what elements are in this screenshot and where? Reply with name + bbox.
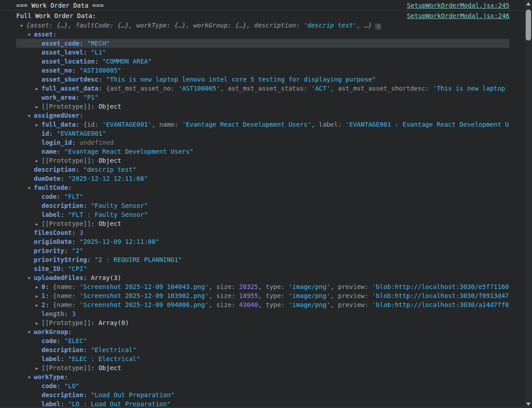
tree-row-file-1[interactable]: ▶1: {name: 'Screenshot 2025-12-09 103902… [16, 291, 509, 300]
string-value: "Evantage React Development Users" [64, 148, 194, 155]
tree-row-file-0[interactable]: ▶0: {name: 'Screenshot 2025-12-09 104043… [16, 282, 509, 291]
string-value: "ELEC" [64, 337, 87, 344]
property-key: description [34, 166, 76, 173]
tree-row-label: label: "ELEC : Electrical" [16, 354, 509, 363]
tree-row-prototype[interactable]: ▶[[Prototype]]: Object [16, 156, 509, 165]
prototype-key: [[Prototype]] [41, 157, 91, 164]
string-value: "CPI" [68, 265, 87, 272]
tree-row-login-id: login_id: undefined [16, 138, 509, 147]
tree-row-site-id: site_ID: "CPI" [16, 264, 509, 273]
tree-row-prototype[interactable]: ▶[[Prototype]]: Object [16, 219, 509, 228]
expanded-arrow-icon[interactable]: ▼ [28, 328, 34, 336]
tree-row-prototype[interactable]: ▶[[Prototype]]: Object [16, 363, 509, 372]
object-type-label: Object [98, 103, 121, 110]
tree-row-asset[interactable]: ▼asset: [16, 30, 509, 39]
property-key: full_data [41, 121, 76, 128]
object-preview-text: , size: [209, 292, 239, 299]
expanded-arrow-icon[interactable]: ▼ [28, 274, 34, 282]
tree-row-code: code: "LO" [16, 381, 509, 390]
string-value: 'EVANTAGE001 : Evantage React Developmen… [345, 121, 509, 128]
tree-row-file-2[interactable]: ▶2: {name: 'Screenshot 2025-12-09 094000… [16, 300, 509, 309]
tree-row-full-asset-data[interactable]: ▶full_asset_data: {ast_mst_asset_no: 'AS… [16, 84, 509, 93]
property-key: dueDate [34, 175, 60, 182]
property-key: label [41, 211, 60, 218]
expanded-arrow-icon[interactable]: ▼ [28, 373, 34, 381]
tree-row-prototype[interactable]: ▶[[Prototype]]: Object [16, 102, 509, 111]
tree-row-asset-code: asset_code: "MECH" [16, 39, 509, 48]
colon: : [64, 310, 72, 317]
object-preview-text: , preview: [330, 301, 372, 308]
collapsed-arrow-icon[interactable]: ▶ [36, 120, 41, 129]
tree-row-priority: priority: "2" [16, 246, 509, 255]
colon: : [72, 67, 79, 74]
object-preview-row[interactable]: ▼{asset: {…}, faultCode: {…}, workType: … [16, 21, 509, 30]
number-value: 20325 [239, 283, 258, 290]
object-preview-text: , type: [258, 301, 288, 308]
colon: : [68, 184, 72, 191]
colon: : [83, 346, 91, 353]
property-key: label [41, 355, 60, 362]
property-key: name [41, 148, 57, 155]
scrollbar-thumb[interactable] [526, 9, 531, 41]
object-preview-text: , preview: [330, 283, 372, 290]
property-key: asset_no [41, 67, 72, 74]
info-icon[interactable]: i [375, 23, 381, 30]
colon: : [45, 301, 53, 308]
expanded-arrow-icon[interactable]: ▼ [28, 30, 34, 39]
string-value: "2 : REQUIRE PLANNING1" [95, 256, 182, 263]
object-preview-text: {name: [53, 301, 79, 308]
property-key: description [41, 202, 83, 209]
string-value: "2025-12-09 12:11:08" [79, 238, 159, 245]
expanded-arrow-icon[interactable]: ▼ [28, 183, 34, 192]
object-tree: ▼{asset: {…}, faultCode: {…}, workType: … [0, 21, 525, 408]
tree-row-id: id: "EVANTAGE001" [16, 129, 509, 138]
tree-row-name: name: "Evantage React Development Users" [16, 147, 509, 156]
expanded-arrow-icon[interactable]: ▼ [28, 111, 34, 120]
property-key: workType [34, 373, 64, 380]
collapsed-arrow-icon[interactable]: ▶ [36, 102, 41, 111]
source-link[interactable]: SetupWorkOrderModal.jsx:245 [407, 0, 509, 10]
expanded-arrow-icon[interactable]: ▼ [20, 21, 26, 30]
property-key: asset [34, 31, 53, 38]
prototype-key: [[Prototype]] [41, 103, 91, 110]
tree-row-work-group[interactable]: ▼workGroup: [16, 327, 509, 336]
colon: : [45, 283, 53, 290]
collapsed-arrow-icon[interactable]: ▶ [36, 156, 41, 165]
string-value: 'Screenshot 2025-12-09 104043.png' [79, 283, 209, 290]
collapsed-arrow-icon[interactable]: ▶ [36, 283, 41, 291]
scrollbar-down-icon[interactable] [525, 401, 532, 408]
colon: : [57, 337, 64, 344]
string-value: 'ACT' [311, 85, 330, 92]
colon: : [98, 76, 106, 83]
property-key: asset_code [41, 40, 79, 47]
scrollbar [525, 0, 532, 408]
string-value: "This is new laptop lenovo intel core 5 … [106, 76, 376, 83]
devtools-console-panel: { "colors":{ "background":"#242628", "ro… [0, 0, 532, 408]
tree-row-fault-code[interactable]: ▼faultCode: [16, 183, 509, 192]
scrollbar-up-icon[interactable] [525, 0, 532, 7]
object-preview-text: , preview: [330, 292, 372, 299]
console-message-text: Full Work Order Data: [16, 11, 96, 21]
tree-row-asset-location: asset_location: "COMMON AREA" [16, 57, 509, 66]
source-link[interactable]: SetupWorkOrderModal.jsx:246 [407, 11, 509, 21]
tree-row-work-type[interactable]: ▼workType: [16, 372, 509, 381]
tree-row-assigned-user[interactable]: ▼assignedUser: [16, 111, 509, 120]
collapsed-arrow-icon[interactable]: ▶ [36, 301, 41, 309]
collapsed-arrow-icon[interactable]: ▶ [36, 220, 41, 228]
property-key-dim: length [41, 310, 64, 317]
property-key: faultCode [34, 184, 68, 191]
number-value: 18955 [239, 292, 258, 299]
property-key: workGroup [34, 328, 68, 335]
tree-row-prototype[interactable]: ▶[[Prototype]]: Array(0) [16, 318, 509, 327]
property-key: description [41, 391, 83, 399]
colon: : [83, 274, 91, 281]
tree-row-uploaded-files[interactable]: ▼uploadedFiles: Array(3) [16, 273, 509, 282]
collapsed-arrow-icon[interactable]: ▶ [36, 364, 41, 372]
tree-row-full-data[interactable]: ▶full_data: {id: 'EVANTAGE001', name: 'E… [16, 120, 509, 129]
colon: : [72, 229, 79, 236]
collapsed-arrow-icon[interactable]: ▶ [36, 319, 41, 327]
collapsed-arrow-icon[interactable]: ▶ [36, 292, 41, 300]
string-value: "P1" [83, 94, 99, 101]
string-value: 'blob:http://localhost:3030/e5f71160-0a' [372, 283, 509, 290]
collapsed-arrow-icon[interactable]: ▶ [36, 84, 41, 93]
